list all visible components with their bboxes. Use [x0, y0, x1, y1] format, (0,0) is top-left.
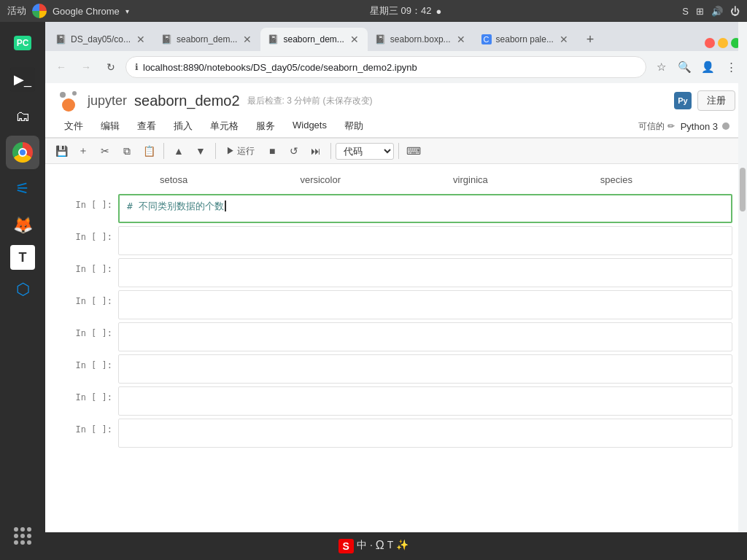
- sidebar-apps-button[interactable]: [6, 519, 39, 553]
- toolbar-separator-1: [163, 143, 164, 159]
- move-up-btn[interactable]: ▲: [169, 141, 189, 161]
- input-method-font[interactable]: T: [387, 539, 394, 553]
- activities-button[interactable]: 活动: [7, 4, 26, 18]
- cell-input-6[interactable]: [118, 354, 732, 384]
- menu-kernel[interactable]: 服务: [249, 117, 282, 136]
- restart-btn[interactable]: ↺: [284, 141, 304, 161]
- window-controls: [705, 38, 741, 48]
- tab-5-close[interactable]: ✕: [558, 32, 570, 47]
- restart-run-btn[interactable]: ⏭: [306, 141, 326, 161]
- add-cell-btn[interactable]: ＋: [73, 141, 93, 161]
- cut-cell-btn[interactable]: ✂: [95, 141, 115, 161]
- edit-icon[interactable]: ✏: [667, 121, 675, 131]
- cell-input-3[interactable]: [118, 258, 732, 287]
- browser-window: 📓 DS_day05/co... ✕ 📓 seaborn_dem... ✕ 📓 …: [45, 22, 747, 560]
- url-bar[interactable]: ℹ localhost:8890/notebooks/DS_day05/code…: [125, 56, 646, 78]
- menu-help[interactable]: 帮助: [337, 117, 371, 136]
- sidebar-icon-vscode[interactable]: ⚟: [6, 172, 39, 206]
- cell-input-7[interactable]: [118, 386, 732, 416]
- window-close-button[interactable]: [705, 38, 715, 48]
- python-icon: Py: [674, 92, 692, 109]
- scrollbar-thumb[interactable]: [740, 168, 746, 211]
- window-minimize-button[interactable]: [718, 38, 728, 48]
- copy-cell-btn[interactable]: ⧉: [117, 141, 137, 161]
- system-bar: 活动 Google Chrome ▾ 星期三 09：42 ● S ⊞ 🔊 ⏻: [0, 0, 747, 22]
- app-menu-arrow[interactable]: ▾: [125, 7, 129, 15]
- cell-input-8[interactable]: [118, 419, 732, 448]
- interrupt-btn[interactable]: ■: [262, 141, 282, 161]
- cell-input-2[interactable]: [118, 226, 732, 255]
- move-down-btn[interactable]: ▼: [190, 141, 211, 161]
- input-method-dot[interactable]: ·: [370, 539, 373, 553]
- cell-input-1[interactable]: # 不同类别数据的个数: [118, 194, 732, 223]
- tab-2-close[interactable]: ✕: [241, 32, 253, 47]
- cell-label-3: In [ ]:: [60, 258, 118, 287]
- cell-type-selector[interactable]: 代码: [336, 143, 394, 160]
- menu-insert[interactable]: 插入: [166, 117, 200, 136]
- tab-1-close[interactable]: ✕: [135, 32, 147, 47]
- sougou-input-icon[interactable]: S: [338, 539, 354, 553]
- menu-widgets[interactable]: Widgets: [285, 117, 334, 136]
- cell-label-5: In [ ]:: [60, 322, 118, 351]
- new-tab-button[interactable]: +: [580, 29, 600, 50]
- search-button[interactable]: 🔍: [674, 57, 694, 77]
- jupyter-container: jupyter seaborn_demo2 最后检查: 3 分钟前 (未保存改变…: [45, 83, 747, 560]
- input-method-cn[interactable]: 中: [357, 539, 367, 553]
- tab-5[interactable]: C seaborn pale... ✕: [474, 28, 577, 51]
- menu-file[interactable]: 文件: [57, 117, 90, 136]
- sidebar: PC ▶_ 🗂 ⚟ 🦊 T ⬡: [0, 22, 45, 560]
- app-name-label: Google Chrome: [53, 6, 120, 17]
- paste-cell-btn[interactable]: 📋: [139, 141, 159, 161]
- cell-input-4[interactable]: [118, 290, 732, 319]
- tab-1[interactable]: 📓 DS_day05/co... ✕: [48, 28, 154, 51]
- menu-cell[interactable]: 单元格: [203, 117, 246, 136]
- cell-label-4: In [ ]:: [60, 290, 118, 319]
- sidebar-icon-chrome[interactable]: [6, 136, 39, 169]
- scrollbar-track[interactable]: [738, 22, 747, 560]
- record-dot: ●: [436, 6, 441, 17]
- notebook-name-label[interactable]: seaborn_demo2: [134, 93, 240, 109]
- address-bar: ← → ↻ ℹ localhost:8890/notebooks/DS_day0…: [45, 51, 747, 83]
- sidebar-icon-pycharm[interactable]: PC: [6, 26, 39, 60]
- notebook-body[interactable]: setosa versicolor virginica species In […: [45, 164, 747, 560]
- toolbar-separator-2: [215, 143, 216, 159]
- tab-3-close[interactable]: ✕: [349, 32, 360, 47]
- tab-3[interactable]: 📓 seaborn_dem... ✕: [260, 28, 367, 51]
- sidebar-icon-firefox[interactable]: 🦊: [6, 209, 39, 242]
- run-btn[interactable]: ▶ 运行: [220, 141, 260, 161]
- reload-button[interactable]: ↻: [101, 57, 121, 77]
- register-button[interactable]: 注册: [697, 90, 735, 111]
- forward-button[interactable]: →: [76, 57, 96, 77]
- category-versicolor: versicolor: [300, 174, 341, 185]
- power-icon[interactable]: ⏻: [730, 6, 740, 17]
- cell-input-5[interactable]: [118, 322, 732, 351]
- tab-4[interactable]: 📓 seaborn.boxp... ✕: [368, 28, 474, 51]
- toolbar: 💾 ＋ ✂ ⧉ 📋 ▲ ▼ ▶ 运行 ■ ↺ ⏭ 代码 ⌨: [45, 138, 747, 164]
- sidebar-icon-typora[interactable]: T: [10, 245, 35, 270]
- cell-label-8: In [ ]:: [60, 419, 118, 448]
- tab-3-favicon: 📓: [268, 34, 279, 44]
- sidebar-icon-teamviewer[interactable]: ⬡: [6, 273, 39, 306]
- tab-5-favicon: C: [481, 34, 492, 44]
- network-icon[interactable]: ⊞: [696, 6, 704, 17]
- menu-edit[interactable]: 编辑: [93, 117, 127, 136]
- keyboard-shortcut-btn[interactable]: ⌨: [403, 141, 424, 161]
- menu-view[interactable]: 查看: [130, 117, 163, 136]
- sougou-icon[interactable]: S: [682, 6, 689, 17]
- svg-point-0: [62, 98, 75, 112]
- tab-4-close[interactable]: ✕: [455, 32, 467, 47]
- tab-2[interactable]: 📓 seaborn_dem... ✕: [154, 28, 260, 51]
- bookmark-button[interactable]: ☆: [651, 57, 671, 77]
- category-row: setosa versicolor virginica species: [60, 171, 732, 188]
- save-toolbar-btn[interactable]: 💾: [51, 141, 71, 161]
- account-button[interactable]: 👤: [697, 57, 718, 77]
- input-method-symbol[interactable]: Ω: [376, 539, 384, 553]
- input-method-extra[interactable]: ✨: [396, 539, 409, 553]
- back-button[interactable]: ←: [51, 57, 71, 77]
- tab-1-favicon: 📓: [55, 34, 66, 44]
- volume-icon[interactable]: 🔊: [711, 6, 723, 17]
- cell-row-6: In [ ]:: [60, 354, 732, 384]
- sidebar-icon-terminal[interactable]: ▶_: [6, 63, 39, 96]
- jupyter-header: jupyter seaborn_demo2 最后检查: 3 分钟前 (未保存改变…: [45, 83, 747, 138]
- sidebar-icon-files[interactable]: 🗂: [6, 99, 39, 133]
